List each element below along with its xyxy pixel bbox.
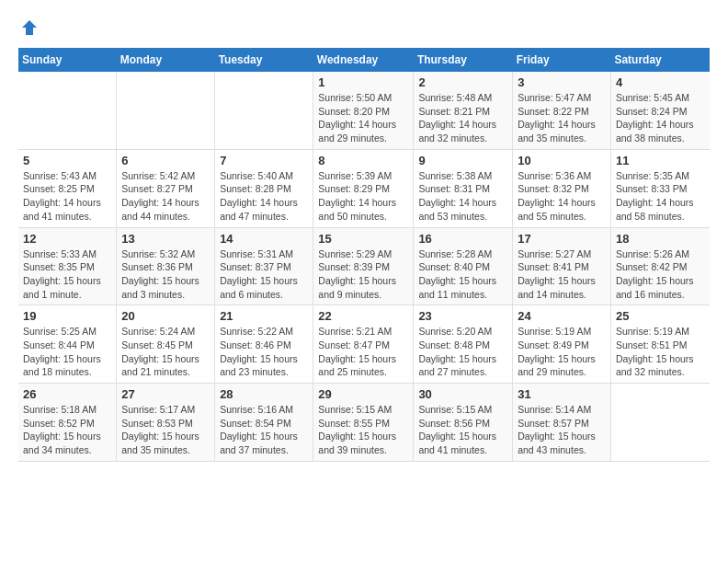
day-info: Sunrise: 5:36 AM Sunset: 8:32 PM Dayligh… (518, 169, 606, 224)
calendar-cell: 7Sunrise: 5:40 AM Sunset: 8:28 PM Daylig… (215, 149, 313, 227)
day-number: 10 (518, 154, 606, 167)
day-info: Sunrise: 5:33 AM Sunset: 8:35 PM Dayligh… (23, 247, 111, 302)
calendar-cell: 12Sunrise: 5:33 AM Sunset: 8:35 PM Dayli… (18, 227, 117, 305)
day-number: 29 (318, 387, 408, 401)
calendar-cell: 31Sunrise: 5:14 AM Sunset: 8:57 PM Dayli… (513, 384, 611, 462)
day-info: Sunrise: 5:17 AM Sunset: 8:53 PM Dayligh… (121, 403, 210, 457)
calendar-cell (215, 72, 313, 149)
day-info: Sunrise: 5:32 AM Sunset: 8:36 PM Dayligh… (121, 247, 210, 302)
day-info: Sunrise: 5:15 AM Sunset: 8:56 PM Dayligh… (418, 403, 507, 457)
day-number: 30 (418, 387, 507, 401)
day-number: 18 (616, 232, 705, 246)
calendar-cell: 19Sunrise: 5:25 AM Sunset: 8:44 PM Dayli… (18, 305, 117, 384)
calendar-cell: 14Sunrise: 5:31 AM Sunset: 8:37 PM Dayli… (215, 227, 313, 305)
calendar-cell: 16Sunrise: 5:28 AM Sunset: 8:40 PM Dayli… (414, 227, 513, 305)
weekday-header-friday: Friday (513, 48, 611, 72)
day-number: 7 (220, 154, 308, 167)
day-number: 6 (121, 154, 210, 167)
day-number: 20 (121, 309, 210, 323)
day-info: Sunrise: 5:22 AM Sunset: 8:46 PM Dayligh… (220, 325, 308, 379)
day-info: Sunrise: 5:19 AM Sunset: 8:49 PM Dayligh… (518, 325, 606, 379)
day-number: 19 (23, 309, 111, 323)
day-number: 14 (220, 232, 308, 246)
day-info: Sunrise: 5:16 AM Sunset: 8:54 PM Dayligh… (220, 403, 308, 457)
day-info: Sunrise: 5:24 AM Sunset: 8:45 PM Dayligh… (121, 325, 210, 379)
calendar-cell: 29Sunrise: 5:15 AM Sunset: 8:55 PM Dayli… (313, 384, 414, 462)
calendar-cell: 23Sunrise: 5:20 AM Sunset: 8:48 PM Dayli… (414, 305, 513, 384)
calendar-cell: 30Sunrise: 5:15 AM Sunset: 8:56 PM Dayli… (414, 384, 513, 462)
day-info: Sunrise: 5:40 AM Sunset: 8:28 PM Dayligh… (220, 169, 308, 224)
day-info: Sunrise: 5:19 AM Sunset: 8:51 PM Dayligh… (616, 325, 705, 379)
day-info: Sunrise: 5:38 AM Sunset: 8:31 PM Dayligh… (418, 169, 507, 224)
calendar-cell (18, 72, 117, 149)
calendar-cell: 15Sunrise: 5:29 AM Sunset: 8:39 PM Dayli… (313, 227, 414, 305)
day-info: Sunrise: 5:28 AM Sunset: 8:40 PM Dayligh… (418, 247, 507, 302)
day-number: 4 (616, 75, 705, 89)
calendar-cell: 28Sunrise: 5:16 AM Sunset: 8:54 PM Dayli… (215, 384, 313, 462)
day-info: Sunrise: 5:45 AM Sunset: 8:24 PM Dayligh… (616, 91, 705, 145)
weekday-header-row: SundayMondayTuesdayWednesdayThursdayFrid… (18, 48, 710, 72)
calendar-table: SundayMondayTuesdayWednesdayThursdayFrid… (18, 48, 710, 462)
logo-icon (20, 18, 39, 37)
day-info: Sunrise: 5:14 AM Sunset: 8:57 PM Dayligh… (518, 403, 606, 457)
day-info: Sunrise: 5:15 AM Sunset: 8:55 PM Dayligh… (318, 403, 408, 457)
calendar-cell (117, 72, 215, 149)
weekday-header-sunday: Sunday (18, 48, 117, 72)
day-info: Sunrise: 5:35 AM Sunset: 8:33 PM Dayligh… (616, 169, 705, 224)
day-info: Sunrise: 5:47 AM Sunset: 8:22 PM Dayligh… (518, 91, 606, 145)
calendar-cell: 2Sunrise: 5:48 AM Sunset: 8:21 PM Daylig… (414, 72, 513, 149)
day-info: Sunrise: 5:27 AM Sunset: 8:41 PM Dayligh… (518, 247, 606, 302)
day-number: 31 (518, 387, 606, 401)
weekday-header-monday: Monday (117, 48, 215, 72)
calendar-cell: 4Sunrise: 5:45 AM Sunset: 8:24 PM Daylig… (610, 72, 710, 149)
calendar-cell: 3Sunrise: 5:47 AM Sunset: 8:22 PM Daylig… (513, 72, 611, 149)
page-header (18, 18, 710, 37)
day-number: 11 (616, 154, 705, 167)
svg-marker-0 (22, 20, 37, 35)
day-number: 21 (220, 309, 308, 323)
day-info: Sunrise: 5:42 AM Sunset: 8:27 PM Dayligh… (121, 169, 210, 224)
day-info: Sunrise: 5:48 AM Sunset: 8:21 PM Dayligh… (418, 91, 507, 145)
day-number: 3 (518, 75, 606, 89)
day-number: 5 (23, 154, 111, 167)
day-info: Sunrise: 5:26 AM Sunset: 8:42 PM Dayligh… (616, 247, 705, 302)
day-info: Sunrise: 5:25 AM Sunset: 8:44 PM Dayligh… (23, 325, 111, 379)
day-info: Sunrise: 5:29 AM Sunset: 8:39 PM Dayligh… (318, 247, 408, 302)
weekday-header-wednesday: Wednesday (313, 48, 414, 72)
day-number: 12 (23, 232, 111, 246)
day-number: 23 (418, 309, 507, 323)
calendar-cell: 17Sunrise: 5:27 AM Sunset: 8:41 PM Dayli… (513, 227, 611, 305)
calendar-cell: 1Sunrise: 5:50 AM Sunset: 8:20 PM Daylig… (313, 72, 414, 149)
calendar-cell: 11Sunrise: 5:35 AM Sunset: 8:33 PM Dayli… (610, 149, 710, 227)
calendar-cell: 6Sunrise: 5:42 AM Sunset: 8:27 PM Daylig… (117, 149, 215, 227)
day-number: 1 (318, 75, 408, 89)
day-info: Sunrise: 5:21 AM Sunset: 8:47 PM Dayligh… (318, 325, 408, 379)
calendar-week-row: 26Sunrise: 5:18 AM Sunset: 8:52 PM Dayli… (18, 384, 710, 462)
day-number: 9 (418, 154, 507, 167)
weekday-header-thursday: Thursday (414, 48, 513, 72)
day-number: 26 (23, 387, 111, 401)
day-info: Sunrise: 5:39 AM Sunset: 8:29 PM Dayligh… (318, 169, 408, 224)
day-number: 16 (418, 232, 507, 246)
calendar-cell: 8Sunrise: 5:39 AM Sunset: 8:29 PM Daylig… (313, 149, 414, 227)
day-number: 17 (518, 232, 606, 246)
weekday-header-tuesday: Tuesday (215, 48, 313, 72)
calendar-cell: 22Sunrise: 5:21 AM Sunset: 8:47 PM Dayli… (313, 305, 414, 384)
calendar-week-row: 19Sunrise: 5:25 AM Sunset: 8:44 PM Dayli… (18, 305, 710, 384)
day-number: 28 (220, 387, 308, 401)
day-info: Sunrise: 5:43 AM Sunset: 8:25 PM Dayligh… (23, 169, 111, 224)
calendar-cell: 24Sunrise: 5:19 AM Sunset: 8:49 PM Dayli… (513, 305, 611, 384)
calendar-week-row: 12Sunrise: 5:33 AM Sunset: 8:35 PM Dayli… (18, 227, 710, 305)
day-info: Sunrise: 5:31 AM Sunset: 8:37 PM Dayligh… (220, 247, 308, 302)
calendar-week-row: 5Sunrise: 5:43 AM Sunset: 8:25 PM Daylig… (18, 149, 710, 227)
calendar-week-row: 1Sunrise: 5:50 AM Sunset: 8:20 PM Daylig… (18, 72, 710, 149)
day-number: 25 (616, 309, 705, 323)
calendar-cell: 27Sunrise: 5:17 AM Sunset: 8:53 PM Dayli… (117, 384, 215, 462)
weekday-header-saturday: Saturday (610, 48, 710, 72)
day-number: 2 (418, 75, 507, 89)
calendar-cell: 13Sunrise: 5:32 AM Sunset: 8:36 PM Dayli… (117, 227, 215, 305)
calendar-cell: 10Sunrise: 5:36 AM Sunset: 8:32 PM Dayli… (513, 149, 611, 227)
calendar-cell: 26Sunrise: 5:18 AM Sunset: 8:52 PM Dayli… (18, 384, 117, 462)
day-number: 22 (318, 309, 408, 323)
calendar-cell: 21Sunrise: 5:22 AM Sunset: 8:46 PM Dayli… (215, 305, 313, 384)
